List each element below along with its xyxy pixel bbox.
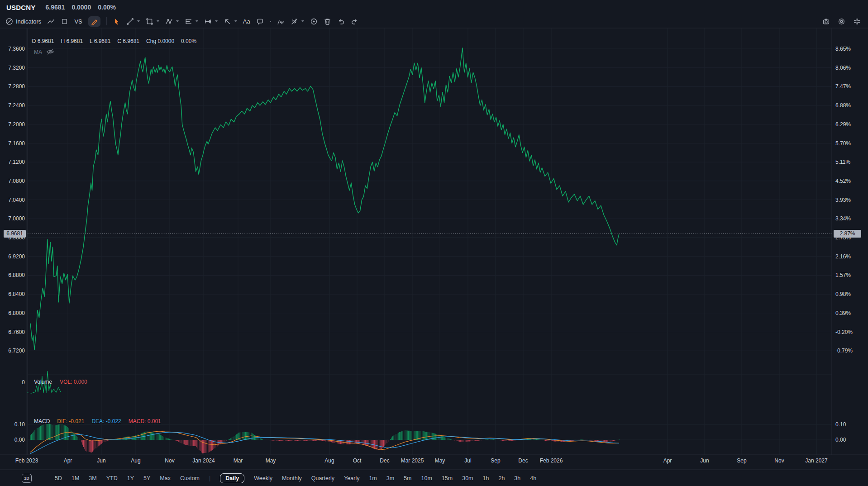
time-axis-label: Mar bbox=[234, 457, 243, 464]
time-axis-label: Dec bbox=[518, 457, 528, 464]
timeframe-5m[interactable]: 5m bbox=[404, 475, 411, 481]
time-axis-label: Feb 2023 bbox=[15, 457, 38, 464]
timeframe-daily[interactable]: Daily bbox=[220, 473, 244, 483]
pct-axis-label: 1.57% bbox=[835, 272, 851, 279]
last-pct-chip: 2.87% bbox=[834, 230, 861, 238]
macd-dif-line bbox=[30, 431, 619, 452]
ma-indicator-row[interactable]: MA bbox=[34, 48, 54, 55]
pct-axis-label: 3.93% bbox=[835, 196, 851, 204]
time-axis-label: Jan 2024 bbox=[192, 457, 215, 464]
time-axis-label: Feb 2026 bbox=[540, 457, 563, 464]
macd-histogram-positive bbox=[30, 424, 619, 440]
volume-axis-label: 0 bbox=[0, 379, 25, 386]
time-axis-label: Sep bbox=[737, 457, 746, 464]
time-axis-label: May bbox=[266, 457, 276, 464]
time-axis-label: Aug bbox=[324, 457, 334, 464]
macd-legend: MACD DIF: -0.021 DEA: -0.022 MACD: 0.001 bbox=[34, 418, 161, 424]
time-axis-label: Oct bbox=[353, 457, 362, 464]
price-axis-label: 6.8000 bbox=[0, 310, 25, 317]
pct-axis-label: 6.88% bbox=[835, 102, 851, 109]
timeframe-4h[interactable]: 4h bbox=[530, 475, 536, 481]
ohlc-legend: O 6.9681H 6.9681L 6.9681C 6.9681Chg 0.00… bbox=[32, 38, 196, 44]
period-badge[interactable]: 1D bbox=[22, 474, 32, 483]
timeframe-5d[interactable]: 5D bbox=[55, 475, 62, 481]
ohlc-legend-item: 0.00% bbox=[181, 38, 196, 44]
timeframe-1h[interactable]: 1h bbox=[483, 475, 489, 481]
price-axis-label: 7.3600 bbox=[0, 45, 25, 52]
time-axis-label: Apr bbox=[663, 457, 672, 464]
price-line[interactable] bbox=[30, 48, 619, 350]
pct-axis-label: 2.16% bbox=[835, 253, 851, 260]
time-axis-label: May bbox=[435, 457, 445, 464]
ohlc-legend-item: Chg 0.0000 bbox=[146, 38, 174, 44]
pct-axis-label: 0.39% bbox=[835, 310, 851, 317]
timeframe-1m[interactable]: 1M bbox=[72, 475, 79, 481]
time-axis-label: Jul bbox=[464, 457, 471, 464]
chart-canvas[interactable] bbox=[0, 0, 868, 486]
timeframe-30m[interactable]: 30m bbox=[462, 475, 473, 481]
pct-axis-label: 3.34% bbox=[835, 215, 851, 222]
volume-title: Volume bbox=[34, 379, 52, 385]
macd-title: MACD bbox=[34, 418, 50, 424]
ohlc-legend-item: L 6.9681 bbox=[90, 38, 110, 44]
eye-off-icon[interactable] bbox=[46, 48, 54, 55]
timeframe-10m[interactable]: 10m bbox=[421, 475, 432, 481]
trading-app: USDCNY 6.9681 0.0000 0.00% IndicatorsVSA… bbox=[0, 0, 868, 486]
time-axis-label: Mar 2025 bbox=[401, 457, 424, 464]
timeframe-weekly[interactable]: Weekly bbox=[254, 475, 272, 481]
volume-value: VOL: 0.000 bbox=[60, 379, 87, 385]
timeframe-yearly[interactable]: Yearly bbox=[344, 475, 359, 481]
pct-axis-label: 7.47% bbox=[835, 83, 851, 90]
timeframe-ytd[interactable]: YTD bbox=[106, 475, 118, 481]
time-axis-label: Aug bbox=[131, 457, 140, 464]
pct-axis-label: 5.70% bbox=[835, 140, 851, 147]
price-axis-label: 7.1200 bbox=[0, 158, 25, 166]
timeframe-5y[interactable]: 5Y bbox=[143, 475, 150, 481]
price-axis-label: 7.1600 bbox=[0, 140, 25, 147]
price-axis-label: 7.3200 bbox=[0, 64, 25, 71]
price-axis-label: 7.2400 bbox=[0, 102, 25, 109]
pct-axis-label: -0.79% bbox=[835, 347, 853, 354]
time-axis-label: Jun bbox=[97, 457, 105, 464]
timeframe-3m[interactable]: 3m bbox=[386, 475, 394, 481]
timeframe-bar: 1D 5D1M3MYTD1Y5YMaxCustom|DailyWeeklyMon… bbox=[0, 470, 868, 486]
ohlc-legend-item: H 6.9681 bbox=[61, 38, 83, 44]
timeframe-15m[interactable]: 15m bbox=[442, 475, 453, 481]
price-axis-label: 6.8400 bbox=[0, 291, 25, 298]
macd-histogram-negative bbox=[80, 440, 617, 453]
pct-axis-label: 8.06% bbox=[835, 64, 851, 71]
ohlc-legend-item: O 6.9681 bbox=[32, 38, 54, 44]
price-axis-label: 6.7200 bbox=[0, 347, 25, 354]
price-axis-label: 7.0000 bbox=[0, 215, 25, 222]
price-axis-label: 7.0800 bbox=[0, 177, 25, 185]
time-axis-label: Jun bbox=[700, 457, 709, 464]
macd-dif-value: DIF: -0.021 bbox=[57, 418, 84, 424]
time-axis-label: Sep bbox=[491, 457, 500, 464]
time-axis-label: Apr bbox=[64, 457, 72, 464]
time-axis-label: Jan 2027 bbox=[805, 457, 827, 464]
timeframe-1m[interactable]: 1m bbox=[369, 475, 377, 481]
pct-axis-label: 6.29% bbox=[835, 121, 851, 128]
timeframe-3m[interactable]: 3M bbox=[89, 475, 96, 481]
timeframe-quarterly[interactable]: Quarterly bbox=[311, 475, 334, 481]
ohlc-legend-item: C 6.9681 bbox=[117, 38, 139, 44]
timeframe-1y[interactable]: 1Y bbox=[127, 475, 134, 481]
timeframe-custom[interactable]: Custom bbox=[180, 475, 200, 481]
timeframe-3h[interactable]: 3h bbox=[514, 475, 520, 481]
time-axis-label: Nov bbox=[165, 457, 174, 464]
time-axis-label: Dec bbox=[380, 457, 389, 464]
pct-axis-label: -0.20% bbox=[835, 329, 853, 336]
pct-axis-label: 8.65% bbox=[835, 45, 851, 52]
macd-axis-label: 0.00 bbox=[835, 436, 846, 443]
timeframe-monthly[interactable]: Monthly bbox=[282, 475, 302, 481]
timeframe-max[interactable]: Max bbox=[160, 475, 171, 481]
last-price-chip: 6.9681 bbox=[4, 230, 26, 238]
pct-axis-label: 5.11% bbox=[835, 158, 850, 166]
price-axis-label: 6.8800 bbox=[0, 272, 25, 279]
price-axis-label: 7.0400 bbox=[0, 196, 25, 204]
time-axis-label: Nov bbox=[774, 457, 784, 464]
macd-dea-value: DEA: -0.022 bbox=[91, 418, 121, 424]
macd-axis-label: 0.10 bbox=[835, 421, 846, 428]
macd-axis-label: 0.10 bbox=[0, 421, 25, 428]
timeframe-2h[interactable]: 2h bbox=[498, 475, 505, 481]
